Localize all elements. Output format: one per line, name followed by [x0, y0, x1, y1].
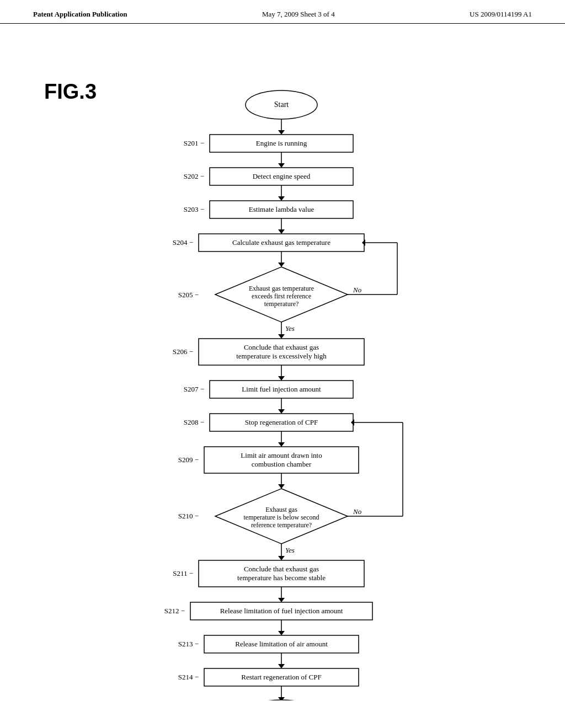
svg-text:Calculate exhaust gas temperat: Calculate exhaust gas temperature	[232, 238, 331, 247]
svg-marker-63	[278, 556, 285, 560]
svg-text:Exhaust gas temperature: Exhaust gas temperature	[249, 285, 314, 292]
svg-text:S210 −: S210 −	[178, 512, 199, 520]
svg-text:S201 −: S201 −	[184, 139, 204, 147]
svg-text:Start: Start	[274, 100, 289, 109]
svg-marker-38	[278, 376, 285, 381]
svg-marker-79	[278, 664, 285, 668]
svg-text:S213 −: S213 −	[178, 640, 199, 648]
svg-text:No: No	[353, 286, 362, 294]
svg-text:Detect engine speed: Detect engine speed	[253, 172, 311, 180]
svg-text:Conclude that exhaust gas: Conclude that exhaust gas	[244, 565, 319, 573]
svg-text:Release limitation of air amou: Release limitation of air amount	[235, 640, 328, 648]
flowchart-svg: Start Engine is running S201 − Detect en…	[88, 77, 475, 700]
svg-text:reference temperature?: reference temperature?	[251, 521, 312, 529]
svg-text:S205 −: S205 −	[178, 291, 199, 299]
svg-text:Conclude that exhaust gas: Conclude that exhaust gas	[244, 343, 319, 351]
svg-text:S209 −: S209 −	[178, 456, 199, 464]
svg-text:temperature is below second: temperature is below second	[244, 513, 319, 521]
svg-marker-43	[278, 409, 285, 414]
svg-text:Yes: Yes	[285, 546, 295, 554]
flowchart-container: Start Engine is running S201 − Detect en…	[88, 77, 475, 700]
svg-marker-18	[278, 229, 285, 234]
svg-text:Engine is running: Engine is running	[256, 139, 307, 147]
svg-text:Stop regeneration of CPF: Stop regeneration of CPF	[245, 418, 318, 426]
svg-text:S211 −: S211 −	[173, 569, 193, 577]
svg-marker-13	[278, 196, 285, 201]
header-publication: Patent Application Publication	[33, 10, 127, 19]
svg-text:Exhaust gas: Exhaust gas	[265, 506, 297, 513]
svg-text:S204 −: S204 −	[173, 238, 193, 247]
svg-marker-8	[278, 163, 285, 168]
svg-text:Limit fuel injection amount: Limit fuel injection amount	[242, 385, 321, 393]
svg-text:S206 −: S206 −	[173, 347, 193, 356]
svg-marker-48	[278, 442, 285, 447]
svg-text:Release limitation of fuel inj: Release limitation of fuel injection amo…	[220, 607, 343, 615]
svg-text:Restart regeneration of CPF: Restart regeneration of CPF	[241, 673, 322, 681]
svg-marker-54	[278, 484, 285, 489]
svg-text:Estimate lambda value: Estimate lambda value	[249, 205, 315, 213]
svg-text:Yes: Yes	[285, 324, 295, 333]
svg-marker-3	[278, 130, 285, 135]
svg-text:No: No	[353, 507, 362, 516]
svg-marker-23	[278, 263, 285, 267]
page-header: Patent Application Publication May 7, 20…	[0, 0, 565, 24]
svg-point-85	[246, 700, 317, 700]
svg-text:S203 −: S203 −	[184, 205, 204, 213]
header-patent-number: US 2009/0114199 A1	[470, 10, 532, 19]
svg-text:temperature is excessively hig: temperature is excessively high	[236, 352, 327, 360]
svg-text:exceeds first reference: exceeds first reference	[252, 292, 311, 300]
svg-text:S207 −: S207 −	[184, 385, 204, 393]
header-date-sheet: May 7, 2009 Sheet 3 of 4	[262, 10, 335, 19]
svg-text:S208 −: S208 −	[184, 418, 204, 426]
svg-text:S214 −: S214 −	[178, 673, 199, 681]
svg-marker-69	[278, 598, 285, 602]
svg-text:S212 −: S212 −	[164, 607, 185, 615]
svg-text:S202 −: S202 −	[184, 172, 204, 180]
svg-text:Limit air amount drawn into: Limit air amount drawn into	[241, 451, 322, 459]
svg-text:combustion chamber: combustion chamber	[252, 460, 312, 468]
svg-marker-74	[278, 631, 285, 635]
svg-marker-32	[278, 334, 285, 339]
svg-text:temperature has become stable: temperature has become stable	[237, 574, 326, 582]
svg-text:temperature?: temperature?	[264, 300, 299, 308]
